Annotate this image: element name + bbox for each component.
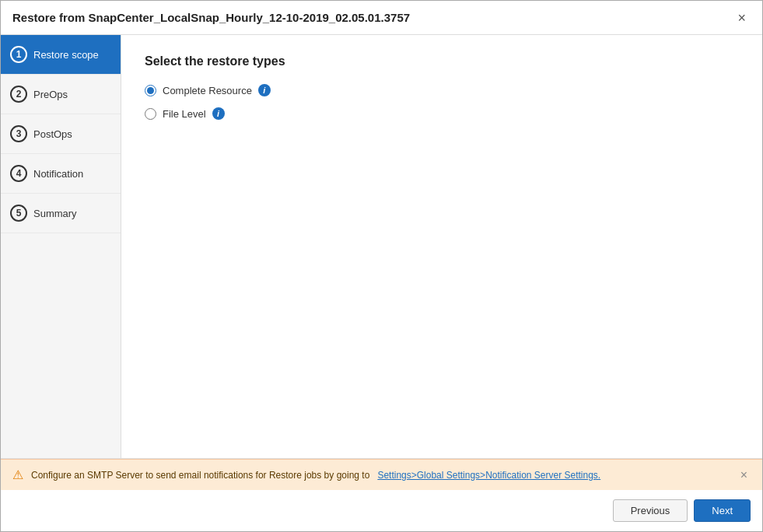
dialog-footer: ⚠ Configure an SMTP Server to send email… <box>1 458 762 531</box>
previous-button[interactable]: Previous <box>613 499 688 522</box>
sidebar-label-4: Notification <box>33 168 83 180</box>
step-num-3: 3 <box>10 125 27 142</box>
restore-dialog: Restore from SnapCenter_LocalSnap_Hourly… <box>0 0 763 532</box>
file-level-info-icon[interactable]: i <box>212 107 225 120</box>
button-bar: Previous Next <box>1 490 762 531</box>
sidebar-item-restore-scope[interactable]: 1 Restore scope <box>1 35 121 75</box>
notification-link[interactable]: Settings>Global Settings>Notification Se… <box>377 470 600 481</box>
step-num-4: 4 <box>10 165 27 182</box>
step-num-2: 2 <box>10 86 27 103</box>
sidebar: 1 Restore scope 2 PreOps 3 PostOps 4 Not… <box>1 35 121 458</box>
notification-message: Configure an SMTP Server to send email n… <box>31 470 369 481</box>
sidebar-item-notification[interactable]: 4 Notification <box>1 154 121 194</box>
restore-type-group: Complete Resource i File Level i <box>145 84 739 120</box>
close-button[interactable]: × <box>733 9 751 26</box>
dialog-body: 1 Restore scope 2 PreOps 3 PostOps 4 Not… <box>1 35 762 458</box>
dialog-title: Restore from SnapCenter_LocalSnap_Hourly… <box>12 11 410 24</box>
sidebar-label-1: Restore scope <box>33 49 99 61</box>
step-num-1: 1 <box>10 46 27 63</box>
section-title: Select the restore types <box>145 54 739 68</box>
complete-resource-label[interactable]: Complete Resource <box>163 85 252 96</box>
sidebar-item-summary[interactable]: 5 Summary <box>1 194 121 233</box>
notification-text: Configure an SMTP Server to send email n… <box>31 470 730 481</box>
complete-resource-option: Complete Resource i <box>145 84 739 96</box>
file-level-radio[interactable] <box>145 108 156 120</box>
warning-icon: ⚠ <box>12 467 23 482</box>
dialog-titlebar: Restore from SnapCenter_LocalSnap_Hourly… <box>1 1 762 35</box>
sidebar-label-3: PostOps <box>33 128 72 140</box>
main-content: Select the restore types Complete Resour… <box>121 35 762 458</box>
notification-bar: ⚠ Configure an SMTP Server to send email… <box>1 459 762 490</box>
complete-resource-info-icon[interactable]: i <box>258 84 271 96</box>
file-level-option: File Level i <box>145 107 739 120</box>
sidebar-item-preops[interactable]: 2 PreOps <box>1 75 121 114</box>
file-level-label[interactable]: File Level <box>163 108 206 120</box>
next-button[interactable]: Next <box>694 499 751 522</box>
step-num-5: 5 <box>10 205 27 222</box>
sidebar-label-2: PreOps <box>33 89 68 100</box>
notification-close-button[interactable]: × <box>737 468 751 482</box>
sidebar-item-postops[interactable]: 3 PostOps <box>1 114 121 154</box>
sidebar-label-5: Summary <box>33 208 77 219</box>
complete-resource-radio[interactable] <box>145 85 156 96</box>
